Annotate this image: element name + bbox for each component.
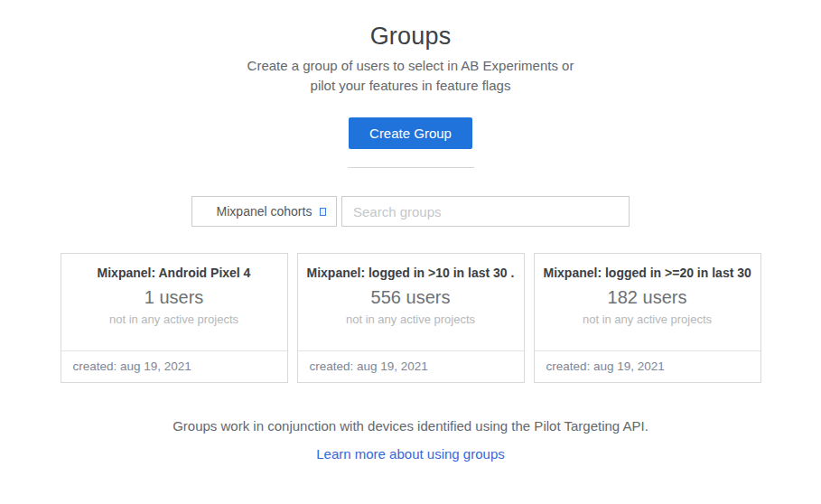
group-card-body: Mixpanel: logged in >=20 in last 30... 1… (535, 254, 760, 350)
group-projects-note: not in any active projects (70, 313, 278, 326)
group-user-count: 1 users (70, 287, 278, 308)
group-user-count: 556 users (307, 287, 515, 308)
group-created-date: created: aug 19, 2021 (298, 350, 524, 382)
group-title: Mixpanel: Android Pixel 4 (70, 266, 278, 280)
group-card-body: Mixpanel: logged in >10 in last 30 ... 5… (298, 254, 524, 350)
group-projects-note: not in any active projects (544, 313, 751, 326)
group-cards-row: Mixpanel: Android Pixel 4 1 users not in… (0, 253, 821, 383)
groups-info-text: Groups work in conjunction with devices … (0, 418, 821, 434)
cohort-source-dropdown[interactable]: Mixpanel cohorts (191, 196, 337, 227)
learn-more-link[interactable]: Learn more about using groups (0, 446, 821, 462)
search-groups-input[interactable] (341, 196, 630, 227)
header-divider (348, 167, 474, 168)
group-card-body: Mixpanel: Android Pixel 4 1 users not in… (61, 254, 287, 350)
group-card[interactable]: Mixpanel: Android Pixel 4 1 users not in… (61, 253, 288, 383)
group-card[interactable]: Mixpanel: logged in >=20 in last 30... 1… (534, 253, 761, 383)
subtitle-line-1: Create a group of users to select in AB … (0, 56, 821, 76)
subtitle-line-2: pilot your features in feature flags (0, 76, 821, 96)
group-card[interactable]: Mixpanel: logged in >10 in last 30 ... 5… (297, 253, 525, 383)
group-title: Mixpanel: logged in >=20 in last 30... (544, 266, 751, 280)
groups-page: Groups Create a group of users to select… (0, 0, 821, 462)
group-created-date: created: aug 19, 2021 (535, 350, 760, 382)
page-title: Groups (0, 23, 821, 51)
group-projects-note: not in any active projects (307, 313, 515, 326)
group-created-date: created: aug 19, 2021 (61, 350, 287, 382)
group-user-count: 182 users (544, 287, 751, 308)
cohort-dropdown-label: Mixpanel cohorts (217, 204, 313, 219)
filter-row: Mixpanel cohorts (0, 196, 821, 227)
page-header: Groups Create a group of users to select… (0, 23, 821, 168)
dropdown-caret-icon (320, 208, 326, 216)
group-title: Mixpanel: logged in >10 in last 30 ... (307, 266, 515, 280)
page-subtitle: Create a group of users to select in AB … (0, 56, 821, 96)
create-group-button[interactable]: Create Group (349, 117, 472, 149)
